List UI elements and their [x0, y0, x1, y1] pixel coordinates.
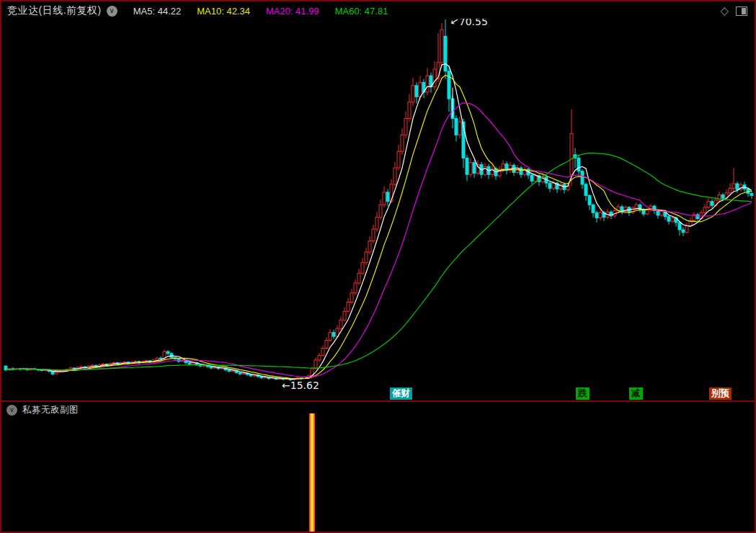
collapse-sub-panel-button[interactable]: ∨ — [6, 405, 17, 416]
ma20-value-label: MA20: 41.99 — [266, 6, 319, 17]
split-view-icon[interactable] — [736, 6, 747, 16]
stock-title: 竞业达(日线.前复权) — [7, 4, 102, 17]
split-view-icon-fill — [742, 8, 746, 14]
titlebar-right-icons: ◇ — [720, 4, 747, 17]
signal-label-jian: 减 — [629, 388, 643, 400]
ma10-value-label: MA10: 42.34 — [197, 6, 250, 17]
candlestick-chart[interactable] — [1, 1, 756, 533]
signal-label-die: 跌 — [576, 388, 590, 400]
annotation-arrow-icon: ← — [282, 380, 290, 391]
panel-separator[interactable] — [1, 400, 755, 402]
ma60-value-label: MA60: 47.81 — [335, 6, 388, 17]
signal-label-cuicai: 催财 — [390, 388, 412, 400]
app-window: 竞业达(日线.前复权) ∨ MA5: 44.22 MA10: 42.34 MA2… — [0, 0, 756, 533]
chart-titlebar: 竞业达(日线.前复权) ∨ MA5: 44.22 MA10: 42.34 MA2… — [3, 3, 753, 19]
sub-panel-header: ∨ 私募无敌副图 — [3, 403, 753, 416]
low-price-annotation: ←15.62 — [282, 380, 319, 391]
diamond-icon[interactable]: ◇ — [720, 4, 729, 17]
collapse-main-panel-button[interactable]: ∨ — [107, 6, 117, 17]
signal-label-bieyu: 别预 — [709, 388, 731, 400]
sub-panel-title: 私募无敌副图 — [22, 404, 79, 416]
ma5-value-label: MA5: 44.22 — [133, 6, 182, 17]
low-price-value: 15.62 — [290, 380, 319, 391]
